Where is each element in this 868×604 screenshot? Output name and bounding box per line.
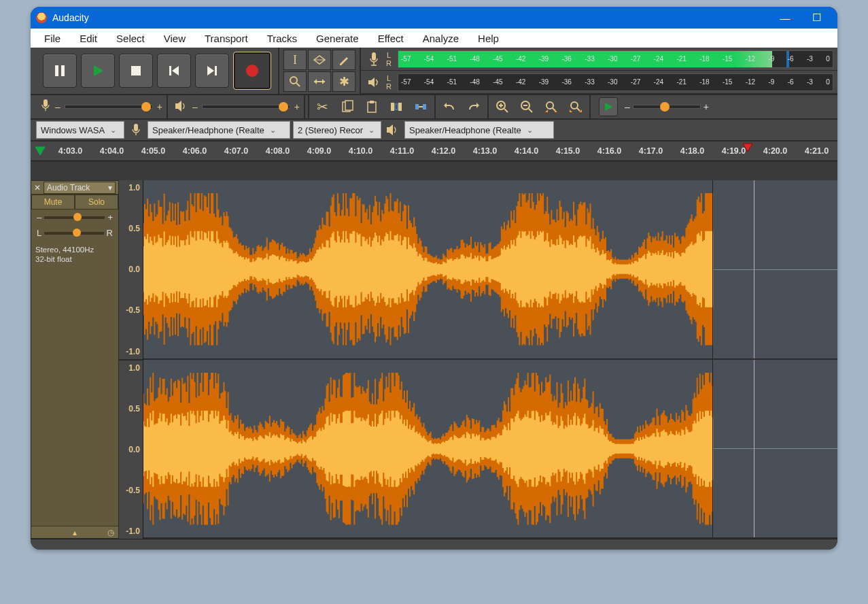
- undo-button[interactable]: [438, 97, 460, 117]
- quickplay-end-marker[interactable]: [742, 143, 753, 154]
- svg-marker-33: [476, 103, 479, 108]
- recording-device-combo[interactable]: Speaker/Headphone (Realte⌄: [147, 121, 290, 139]
- audio-host-combo[interactable]: Windows WASA⌄: [36, 121, 124, 139]
- ibeam-icon: I: [293, 53, 297, 67]
- envelope-icon: [313, 54, 326, 65]
- microphone-icon: [127, 123, 145, 137]
- copy-button[interactable]: [336, 97, 358, 117]
- pencil-icon: [338, 54, 350, 66]
- cut-button[interactable]: ✂: [312, 97, 334, 117]
- solo-button[interactable]: Solo: [75, 195, 118, 209]
- playback-volume-slider[interactable]: [202, 105, 290, 109]
- track-collapse-button[interactable]: ▴ ◷: [31, 526, 118, 538]
- redo-icon: [467, 101, 481, 112]
- quickplay-start-marker[interactable]: [31, 141, 50, 161]
- track-name: Audio Track: [47, 183, 90, 192]
- combo-text: Speaker/Headphone (Realte: [409, 125, 521, 135]
- menu-edit[interactable]: Edit: [70, 30, 107, 47]
- skip-end-button[interactable]: [195, 54, 229, 88]
- stop-button[interactable]: [119, 54, 153, 88]
- track-menu-button[interactable]: Audio Track ▾: [44, 182, 116, 194]
- timeline-ruler[interactable]: 4:03.04:04.04:05.04:06.04:07.04:08.04:09…: [50, 141, 837, 161]
- svg-marker-52: [387, 124, 393, 135]
- menu-select[interactable]: Select: [107, 30, 154, 47]
- zoom-in-button[interactable]: [491, 97, 513, 117]
- menu-generate[interactable]: Generate: [307, 30, 368, 47]
- stop-icon: [130, 65, 142, 77]
- chevron-down-icon: ▾: [108, 183, 112, 192]
- fit-project-button[interactable]: [565, 97, 587, 117]
- menu-transport[interactable]: Transport: [195, 30, 258, 47]
- gain-slider[interactable]: [44, 216, 105, 219]
- playback-device-combo[interactable]: Speaker/Headphone (Realte⌄: [404, 121, 554, 139]
- svg-rect-7: [215, 66, 217, 76]
- playback-meter-bar[interactable]: -57-54-51-48-45-42-39-36-33-30-27-24-21-…: [398, 73, 833, 91]
- track-control-panel[interactable]: ✕ Audio Track ▾ Mute Solo – + L R: [31, 180, 119, 539]
- svg-point-8: [246, 65, 258, 77]
- draw-tool[interactable]: [332, 50, 355, 70]
- audacity-window: Audacity — ☐ File Edit Select View Trans…: [31, 7, 837, 550]
- waveform-channel-left[interactable]: [143, 180, 837, 358]
- mute-button[interactable]: Mute: [31, 195, 75, 209]
- play-button[interactable]: [81, 54, 115, 88]
- track-close-button[interactable]: ✕: [34, 183, 44, 192]
- svg-rect-29: [415, 104, 419, 110]
- recording-channels-combo[interactable]: 2 (Stereo) Recor⌄: [293, 121, 381, 139]
- menu-analyze[interactable]: Analyze: [413, 30, 468, 47]
- playback-speed-slider[interactable]: [633, 105, 701, 109]
- pause-icon: [53, 64, 67, 78]
- menu-effect[interactable]: Effect: [368, 30, 413, 47]
- trim-button[interactable]: [385, 97, 407, 117]
- svg-rect-26: [391, 103, 394, 111]
- zoom-out-button[interactable]: [516, 97, 538, 117]
- svg-line-40: [529, 109, 532, 112]
- menu-help[interactable]: Help: [468, 30, 508, 47]
- timeshift-tool[interactable]: [308, 71, 331, 92]
- svg-rect-27: [398, 103, 402, 111]
- menu-file[interactable]: File: [35, 30, 70, 47]
- recording-meter-bar[interactable]: -57-54-51-48-45-42-39-36-33-30-27-24-21-…: [398, 50, 833, 68]
- svg-marker-54: [743, 144, 752, 152]
- fit-project-icon: [568, 100, 583, 114]
- svg-rect-0: [55, 65, 58, 76]
- horizontal-scrollbar[interactable]: [31, 539, 837, 550]
- maximize-button[interactable]: ☐: [801, 12, 832, 24]
- amplitude-scale: 1.00.50.0-0.5-1.0 1.00.50.0-0.5-1.0: [119, 180, 143, 539]
- pause-button[interactable]: [43, 54, 77, 88]
- svg-marker-6: [207, 66, 214, 76]
- pan-slider[interactable]: [44, 232, 103, 235]
- silence-button[interactable]: [410, 97, 432, 117]
- sync-lock-icon: ◷: [107, 528, 114, 537]
- paste-button[interactable]: [361, 97, 383, 117]
- recording-meter[interactable]: LR -57-54-51-48-45-42-39-36-33-30-27-24-…: [361, 48, 837, 71]
- fit-selection-button[interactable]: [540, 97, 562, 117]
- envelope-tool[interactable]: [308, 50, 331, 70]
- meter-lr-label: LR: [384, 51, 394, 67]
- minimize-button[interactable]: —: [769, 12, 801, 24]
- menu-tracks[interactable]: Tracks: [258, 30, 307, 47]
- zoom-tool[interactable]: [283, 71, 307, 92]
- multi-tool[interactable]: ✱: [332, 71, 355, 92]
- gain-minus: –: [37, 212, 41, 222]
- waveform-channel-right[interactable]: [143, 360, 837, 538]
- tools-toolbar: I ✱: [279, 48, 361, 94]
- svg-marker-21: [175, 101, 181, 112]
- svg-marker-43: [545, 110, 548, 112]
- redo-button[interactable]: [463, 97, 485, 117]
- svg-marker-53: [35, 147, 45, 155]
- record-button[interactable]: [233, 52, 271, 90]
- svg-rect-4: [169, 66, 171, 76]
- recording-volume-slider[interactable]: [65, 105, 153, 109]
- play-at-speed-button[interactable]: [599, 97, 618, 116]
- svg-line-37: [504, 109, 508, 112]
- menu-view[interactable]: View: [154, 30, 195, 47]
- skip-start-button[interactable]: [157, 54, 191, 88]
- slider-minus: –: [55, 101, 60, 112]
- app-title: Audacity: [52, 12, 769, 23]
- meters: LR -57-54-51-48-45-42-39-36-33-30-27-24-…: [361, 48, 837, 94]
- selection-tool[interactable]: I: [283, 50, 307, 70]
- titlebar: Audacity — ☐: [31, 7, 837, 29]
- svg-marker-47: [570, 110, 572, 112]
- svg-marker-13: [314, 79, 317, 84]
- playback-meter[interactable]: LR -57-54-51-48-45-42-39-36-33-30-27-24-…: [361, 71, 837, 94]
